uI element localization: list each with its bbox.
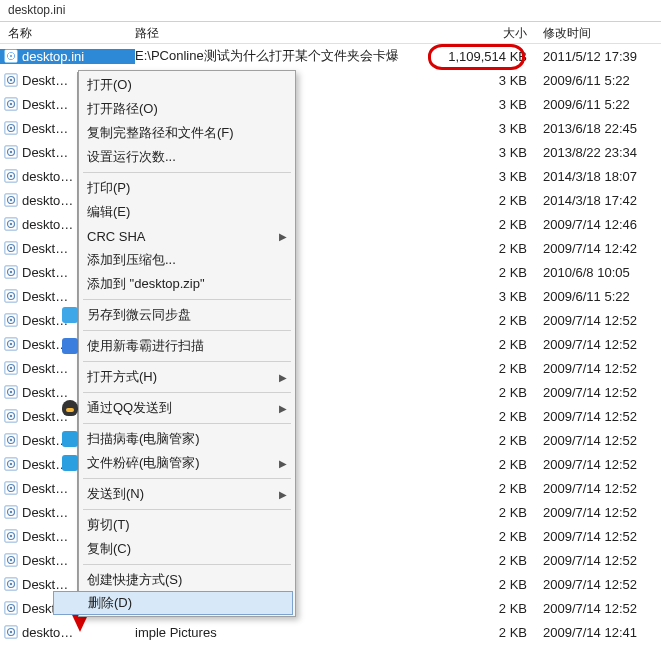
table-row[interactable]: desktop.iniE:\PConline测试为什么打开某个文件夹会卡爆1,1…	[0, 44, 661, 68]
menu-item-label: 设置运行次数...	[87, 148, 275, 166]
table-row[interactable]: Deskt…ws2 KB2009/7/14 12:52	[0, 644, 661, 649]
file-size: 2 KB	[425, 193, 535, 208]
config-file-icon	[4, 481, 18, 495]
config-file-icon	[4, 289, 18, 303]
file-date: 2009/6/11 5:22	[535, 289, 661, 304]
file-size: 2 KB	[425, 529, 535, 544]
file-size: 2 KB	[425, 361, 535, 376]
config-file-icon	[4, 529, 18, 543]
svg-point-44	[10, 391, 12, 393]
svg-point-29	[10, 271, 12, 273]
config-file-icon	[4, 265, 18, 279]
svg-point-47	[10, 415, 12, 417]
menu-item-label: 另存到微云同步盘	[87, 306, 275, 324]
menu-item-send-to[interactable]: 发送到(N)▶	[53, 482, 293, 506]
file-date: 2009/7/14 12:52	[535, 385, 661, 400]
menu-item-delete[interactable]: 删除(D)	[53, 591, 293, 615]
menu-item-label: 打开方式(H)	[87, 368, 275, 386]
svg-point-59	[10, 511, 12, 513]
svg-point-56	[10, 487, 12, 489]
column-header-name[interactable]: 名称	[0, 25, 135, 42]
file-size: 2 KB	[425, 457, 535, 472]
menu-item-label: 剪切(T)	[87, 516, 275, 534]
svg-point-14	[10, 151, 12, 153]
file-size: 3 KB	[425, 73, 535, 88]
config-file-icon	[4, 73, 18, 87]
menu-item-label: 打开(O)	[87, 76, 275, 94]
menu-item-shortcut[interactable]: 创建快捷方式(S)	[53, 568, 293, 592]
file-size: 3 KB	[425, 97, 535, 112]
menu-item-antivir-scan[interactable]: 使用新毒霸进行扫描	[53, 334, 293, 358]
svg-point-38	[10, 343, 12, 345]
menu-item-label: 添加到压缩包...	[87, 251, 275, 269]
config-file-icon	[4, 601, 18, 615]
column-header-date[interactable]: 修改时间	[535, 25, 661, 42]
file-date: 2013/6/18 22:45	[535, 121, 661, 136]
menu-item-weiyun[interactable]: 另存到微云同步盘	[53, 303, 293, 327]
menu-item-open-path[interactable]: 打开路径(O)	[53, 97, 293, 121]
shield-icon	[62, 338, 78, 354]
config-file-icon	[4, 145, 18, 159]
menu-item-set-runs[interactable]: 设置运行次数...	[53, 145, 293, 169]
menu-separator	[83, 330, 291, 331]
menu-item-label: 发送到(N)	[87, 485, 275, 503]
file-size: 2 KB	[425, 625, 535, 640]
svg-point-11	[10, 127, 12, 129]
file-size: 2 KB	[425, 433, 535, 448]
config-file-icon	[4, 577, 18, 591]
column-header-path[interactable]: 路径	[135, 25, 425, 42]
menu-item-label: 打印(P)	[87, 179, 275, 197]
breadcrumb-text: desktop.ini	[8, 3, 65, 17]
menu-item-label: 扫描病毒(电脑管家)	[87, 430, 275, 448]
menu-separator	[83, 172, 291, 173]
menu-item-label: 复制完整路径和文件名(F)	[87, 124, 275, 142]
config-file-icon	[4, 313, 18, 327]
table-row[interactable]: deskto…imple Pictures2 KB2009/7/14 12:41	[0, 620, 661, 644]
file-date: 2009/7/14 12:52	[535, 601, 661, 616]
menu-item-scan-virus[interactable]: 扫描病毒(电脑管家)	[53, 427, 293, 451]
file-path: E:\PConline测试为什么打开某个文件夹会卡爆	[135, 47, 425, 65]
file-date: 2009/7/14 12:52	[535, 457, 661, 472]
menu-item-open-with[interactable]: 打开方式(H)▶	[53, 365, 293, 389]
menu-item-copy-full[interactable]: 复制完整路径和文件名(F)	[53, 121, 293, 145]
svg-point-53	[10, 463, 12, 465]
file-size: 2 KB	[425, 601, 535, 616]
chevron-right-icon: ▶	[279, 403, 287, 414]
menu-item-print[interactable]: 打印(P)	[53, 176, 293, 200]
svg-point-62	[10, 535, 12, 537]
sweep-icon	[62, 431, 78, 447]
menu-item-edit[interactable]: 编辑(E)	[53, 200, 293, 224]
config-file-icon	[4, 433, 18, 447]
menu-separator	[83, 564, 291, 565]
menu-item-shred[interactable]: 文件粉碎(电脑管家)▶	[53, 451, 293, 475]
file-size: 2 KB	[425, 385, 535, 400]
menu-item-cut[interactable]: 剪切(T)	[53, 513, 293, 537]
menu-separator	[83, 299, 291, 300]
menu-item-label: 添加到 "desktop.zip"	[87, 275, 275, 293]
file-size: 3 KB	[425, 145, 535, 160]
column-header-size[interactable]: 大小	[425, 25, 535, 42]
menu-item-qq-send[interactable]: 通过QQ发送到▶	[53, 396, 293, 420]
menu-item-copy[interactable]: 复制(C)	[53, 537, 293, 561]
file-size: 2 KB	[425, 553, 535, 568]
chevron-right-icon: ▶	[279, 372, 287, 383]
file-date: 2009/7/14 12:52	[535, 505, 661, 520]
file-path: imple Pictures	[135, 625, 425, 640]
menu-item-add-archive[interactable]: 添加到压缩包...	[53, 248, 293, 272]
file-date: 2009/7/14 12:46	[535, 217, 661, 232]
file-size: 1,109,514 KB	[425, 49, 535, 64]
file-date: 2009/7/14 12:52	[535, 409, 661, 424]
menu-item-label: CRC SHA	[87, 229, 275, 244]
menu-item-crc-sha[interactable]: CRC SHA▶	[53, 224, 293, 248]
menu-item-add-zip[interactable]: 添加到 "desktop.zip"	[53, 272, 293, 296]
menu-item-open[interactable]: 打开(O)	[53, 73, 293, 97]
svg-point-17	[10, 175, 12, 177]
file-date: 2009/7/14 12:42	[535, 241, 661, 256]
menu-separator	[83, 392, 291, 393]
config-file-icon	[4, 97, 18, 111]
svg-point-32	[10, 295, 12, 297]
menu-item-label: 使用新毒霸进行扫描	[87, 337, 275, 355]
svg-point-20	[10, 199, 12, 201]
svg-point-26	[10, 247, 12, 249]
file-date: 2010/6/8 10:05	[535, 265, 661, 280]
